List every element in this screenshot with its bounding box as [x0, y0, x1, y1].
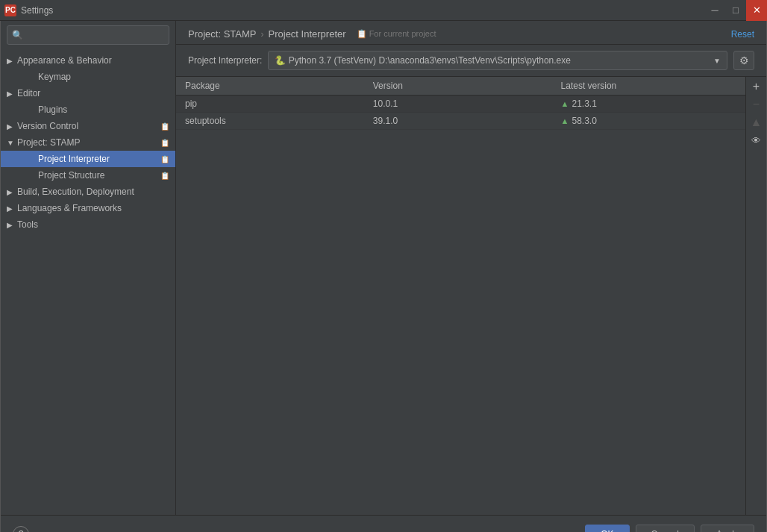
sidebar-item-tools[interactable]: ▶ Tools [1, 216, 175, 233]
sidebar-item-appearance[interactable]: ▶ Appearance & Behavior [1, 52, 175, 69]
interpreter-select[interactable]: 🐍 Python 3.7 (TestVenv) D:\anaconda3\env… [268, 51, 727, 70]
upgrade-arrow-setuptools: ▲ [561, 116, 569, 125]
maximize-button[interactable]: □ [725, 0, 746, 21]
bottom-bar: ? OK Cancel Apply [1, 515, 766, 532]
sidebar-item-languages[interactable]: ▶ Languages & Frameworks [1, 200, 175, 216]
expand-arrow-build: ▶ [7, 188, 14, 196]
side-actions: + − ▲ 👁 [745, 77, 766, 515]
interpreter-select-value: 🐍 Python 3.7 (TestVenv) D:\anaconda3\env… [275, 55, 709, 66]
col-version: Version [364, 77, 552, 96]
sidebar-item-label-ps: Project Structure [38, 170, 157, 181]
cancel-button[interactable]: Cancel [636, 525, 695, 533]
help-button[interactable]: ? [13, 526, 29, 533]
sidebar-item-label-pi: Project Interpreter [38, 154, 157, 164]
breadcrumb-current: Project Interpreter [269, 28, 346, 40]
sidebar-item-project-interpreter[interactable]: Project Interpreter 📋 [1, 151, 175, 167]
for-project-icon: 📋 [357, 29, 367, 38]
title-bar: PC Settings ─ □ ✕ [0, 0, 767, 21]
help-icon: ? [18, 528, 23, 532]
app-icon: PC [4, 4, 16, 16]
sidebar-item-label-project: Project: STAMP [17, 137, 157, 148]
breadcrumb-separator: › [261, 29, 264, 40]
expand-arrow-project: ▼ [7, 139, 14, 147]
sidebar-item-version-control[interactable]: ▶ Version Control 📋 [1, 118, 175, 134]
pkg-latest-pip: ▲21.3.1 [552, 96, 745, 113]
sidebar-item-build-execution[interactable]: ▶ Build, Execution, Deployment [1, 184, 175, 200]
search-box[interactable]: 🔍 [7, 25, 169, 45]
gear-icon: ⚙ [739, 54, 749, 66]
pkg-latest-setuptools: ▲58.3.0 [552, 113, 745, 130]
sidebar-item-label-tools: Tools [17, 219, 169, 230]
content-area: Project: STAMP › Project Interpreter 📋 F… [176, 21, 766, 515]
breadcrumb: Project: STAMP › Project Interpreter 📋 F… [188, 28, 436, 40]
expand-arrow-editor: ▶ [7, 90, 14, 98]
expand-arrow-appearance: ▶ [7, 57, 14, 65]
sidebar-item-label-plugins: Plugins [38, 104, 169, 115]
ps-icon: 📋 [160, 172, 169, 180]
sidebar-item-label-vc: Version Control [17, 121, 157, 131]
col-latest-version: Latest version [552, 77, 745, 96]
search-input[interactable] [26, 30, 164, 40]
packages-area: Package Version Latest version pip 10.0.… [176, 77, 766, 515]
minimize-button[interactable]: ─ [704, 0, 725, 21]
col-package: Package [176, 77, 364, 96]
vc-icon: 📋 [160, 122, 169, 131]
content-header: Project: STAMP › Project Interpreter 📋 F… [176, 21, 766, 45]
expand-arrow-lang: ▶ [7, 204, 14, 213]
show-early-versions-button[interactable]: 👁 [748, 132, 765, 148]
pkg-name-pip: pip [176, 96, 364, 113]
ok-button[interactable]: OK [585, 525, 629, 533]
sidebar-item-editor[interactable]: ▶ Editor [1, 85, 175, 101]
table-row[interactable]: pip 10.0.1 ▲21.3.1 [176, 96, 745, 113]
pi-icon: 📋 [160, 155, 169, 163]
window-controls: ─ □ ✕ [704, 0, 767, 21]
sidebar-item-project-structure[interactable]: Project Structure 📋 [1, 167, 175, 184]
interpreter-label: Project Interpreter: [188, 55, 262, 66]
window-title: Settings [21, 5, 53, 16]
add-package-button[interactable]: + [748, 78, 765, 95]
sidebar-item-label-keymap: Keymap [38, 72, 169, 82]
breadcrumb-project: Project: STAMP [188, 28, 257, 40]
upgrade-arrow-pip: ▲ [561, 99, 569, 108]
project-icon: 📋 [160, 139, 169, 147]
sidebar-item-project-stamp[interactable]: ▼ Project: STAMP 📋 [1, 134, 175, 151]
sidebar-item-label-appearance: Appearance & Behavior [17, 55, 169, 66]
sidebar: 🔍 ▶ Appearance & Behavior Keymap ▶ Edito… [1, 21, 176, 515]
pkg-name-setuptools: setuptools [176, 113, 364, 130]
breadcrumb-for-project: 📋 For current project [357, 29, 436, 39]
bottom-action-buttons: OK Cancel Apply [585, 525, 754, 533]
packages-data-table: Package Version Latest version pip 10.0.… [176, 77, 745, 130]
close-button[interactable]: ✕ [746, 0, 767, 21]
sidebar-item-label-build: Build, Execution, Deployment [17, 187, 169, 197]
nav-tree: ▶ Appearance & Behavior Keymap ▶ Editor … [1, 49, 175, 515]
sidebar-item-plugins[interactable]: Plugins [1, 101, 175, 118]
table-row[interactable]: setuptools 39.1.0 ▲58.3.0 [176, 113, 745, 130]
pkg-version-pip: 10.0.1 [364, 96, 552, 113]
interpreter-dropdown-arrow: ▼ [713, 57, 721, 65]
sidebar-item-label-lang: Languages & Frameworks [17, 203, 169, 213]
scroll-up-button[interactable]: ▲ [748, 114, 765, 131]
sidebar-item-label-editor: Editor [17, 88, 169, 98]
search-icon: 🔍 [12, 30, 23, 40]
apply-button[interactable]: Apply [701, 525, 754, 533]
sidebar-item-keymap[interactable]: Keymap [1, 69, 175, 85]
interpreter-row: Project Interpreter: 🐍 Python 3.7 (TestV… [176, 45, 766, 77]
reset-button[interactable]: Reset [731, 29, 754, 40]
packages-table: Package Version Latest version pip 10.0.… [176, 77, 745, 515]
expand-arrow-tools: ▶ [7, 221, 14, 229]
settings-window: 🔍 ▶ Appearance & Behavior Keymap ▶ Edito… [0, 21, 767, 532]
expand-arrow-vc: ▶ [7, 122, 14, 131]
pkg-version-setuptools: 39.1.0 [364, 113, 552, 130]
remove-package-button[interactable]: − [748, 96, 765, 113]
interpreter-settings-button[interactable]: ⚙ [733, 51, 754, 70]
